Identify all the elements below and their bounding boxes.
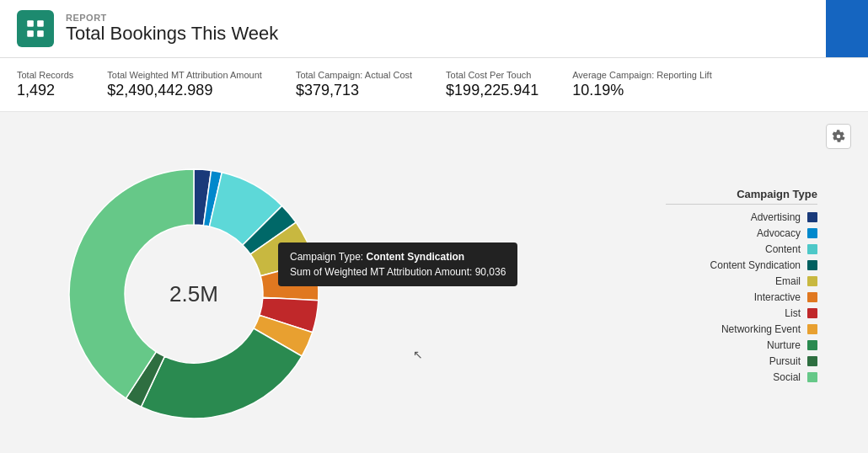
report-label: REPORT — [66, 13, 278, 23]
metric-label: Total Cost Per Touch — [446, 70, 538, 80]
metric-item: Average Campaign: Reporting Lift 10.19% — [572, 70, 712, 99]
svg-rect-2 — [27, 30, 34, 37]
metric-value: $2,490,442.989 — [107, 82, 262, 99]
legend-swatch — [807, 212, 817, 222]
svg-rect-1 — [37, 20, 44, 27]
legend-label: Advocacy — [757, 227, 801, 239]
metric-item: Total Campaign: Actual Cost $379,713 — [296, 70, 412, 99]
metrics-bar: Total Records 1,492 Total Weighted MT At… — [0, 58, 868, 112]
metric-value: 10.19% — [572, 82, 712, 99]
legend-label: Nurture — [767, 339, 801, 351]
metric-label: Total Records — [17, 70, 73, 80]
legend-swatch — [807, 372, 817, 382]
metric-label: Total Campaign: Actual Cost — [296, 70, 412, 80]
legend-label: Content Syndication — [710, 259, 801, 271]
legend-swatch — [807, 228, 817, 238]
metric-item: Total Cost Per Touch $199,225.941 — [446, 70, 538, 99]
legend-item: Advertising — [666, 211, 817, 223]
svg-rect-0 — [27, 20, 34, 27]
legend-label: Networking Event — [721, 323, 801, 335]
legend-item: Nurture — [666, 339, 817, 351]
cursor-icon: ↖ — [413, 348, 423, 361]
metric-item: Total Records 1,492 — [17, 70, 73, 99]
legend-swatch — [807, 308, 817, 318]
legend-swatch — [807, 260, 817, 270]
legend-item: Advocacy — [666, 227, 817, 239]
legend-swatch — [807, 292, 817, 302]
header-text: REPORT Total Bookings This Week — [66, 13, 278, 45]
metric-value: $379,713 — [296, 82, 412, 99]
chart-legend: Campaign Type Advertising Advocacy Conte… — [666, 188, 817, 387]
legend-item: Interactive — [666, 291, 817, 303]
legend-swatch — [807, 276, 817, 286]
page-title: Total Bookings This Week — [66, 23, 278, 45]
metric-item: Total Weighted MT Attribution Amount $2,… — [107, 70, 262, 99]
metric-value: 1,492 — [17, 82, 73, 99]
metric-label: Total Weighted MT Attribution Amount — [107, 70, 262, 80]
legend-item: Content — [666, 243, 817, 255]
header-action-button[interactable] — [826, 0, 868, 57]
legend-swatch — [807, 340, 817, 350]
legend-label: Social — [773, 371, 801, 383]
legend-swatch — [807, 244, 817, 254]
report-icon — [17, 10, 54, 47]
legend-swatch — [807, 324, 817, 334]
svg-rect-3 — [37, 30, 44, 37]
page-header: REPORT Total Bookings This Week — [0, 0, 868, 58]
metric-label: Average Campaign: Reporting Lift — [572, 70, 712, 80]
legend-item: Pursuit — [666, 355, 817, 367]
legend-label: Email — [775, 275, 801, 287]
legend-label: Advertising — [751, 211, 801, 223]
settings-button[interactable] — [826, 124, 851, 149]
metric-value: $199,225.941 — [446, 82, 538, 99]
legend-item: Networking Event — [666, 323, 817, 335]
legend-item: Social — [666, 371, 817, 383]
donut-chart: 2.5M — [51, 151, 337, 437]
legend-label: Content — [765, 243, 801, 255]
legend-label: Interactive — [754, 291, 801, 303]
legend-item: Email — [666, 275, 817, 287]
legend-swatch — [807, 356, 817, 366]
legend-label: List — [785, 307, 801, 319]
legend-label: Pursuit — [769, 355, 801, 367]
legend-item: List — [666, 307, 817, 319]
legend-item: Content Syndication — [666, 259, 817, 271]
chart-area: 2.5M Campaign Type: Content Syndication … — [0, 112, 868, 450]
legend-title: Campaign Type — [666, 188, 817, 205]
